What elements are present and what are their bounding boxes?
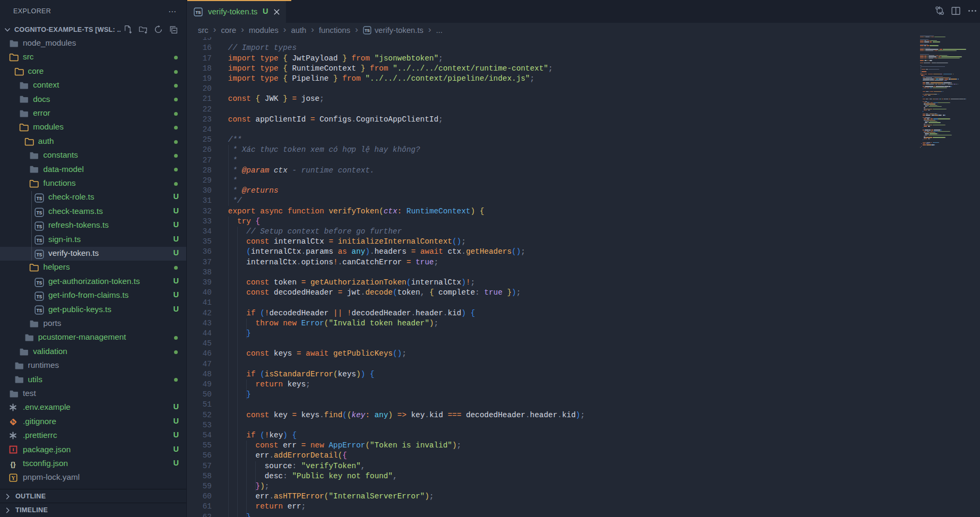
svg-text:TS: TS bbox=[37, 295, 42, 299]
svg-text:TS: TS bbox=[37, 225, 42, 229]
svg-text:TS: TS bbox=[37, 210, 42, 215]
svg-text:TS: TS bbox=[37, 238, 42, 243]
svg-text:TS: TS bbox=[37, 196, 42, 201]
svg-text:Y: Y bbox=[11, 475, 15, 481]
svg-text:TS: TS bbox=[196, 10, 201, 15]
svg-text:TS: TS bbox=[37, 308, 42, 313]
svg-text:TS: TS bbox=[37, 252, 42, 257]
svg-text:{}: {} bbox=[10, 460, 15, 468]
svg-text:TS: TS bbox=[365, 28, 370, 33]
svg-text:TS: TS bbox=[37, 280, 42, 285]
